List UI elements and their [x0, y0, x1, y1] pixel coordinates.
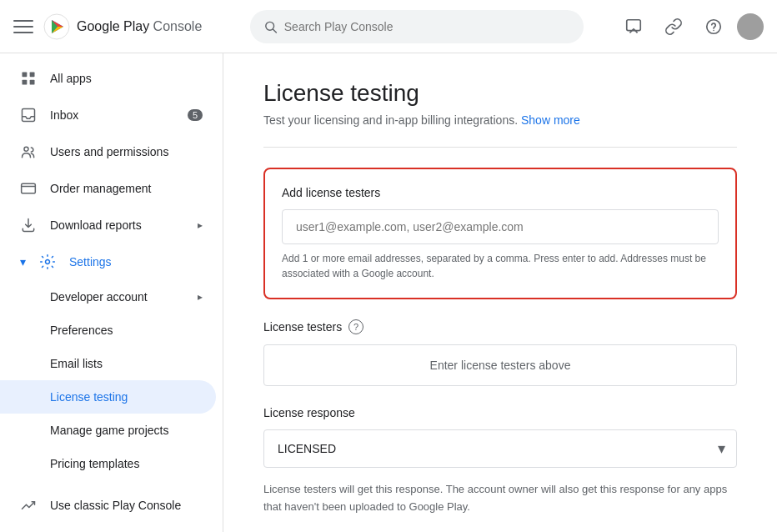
help-icon-btn[interactable]	[697, 10, 730, 43]
svg-point-11	[24, 147, 28, 151]
topbar-actions	[617, 10, 764, 43]
svg-point-4	[707, 19, 721, 33]
search-icon	[263, 19, 278, 34]
sidebar-label-all-apps: All apps	[50, 72, 92, 85]
sidebar-label-classic: Use classic Play Console	[50, 499, 181, 512]
add-testers-hint: Add 1 or more email addresses, separated…	[282, 251, 719, 281]
license-response-select[interactable]: LICENSED NOT_LICENSED LICENSED_OLD_KEY	[263, 429, 737, 468]
sidebar-item-classic[interactable]: Use classic Play Console	[0, 487, 223, 524]
search-bar[interactable]	[250, 10, 584, 43]
svg-rect-8	[23, 80, 28, 85]
settings-icon	[39, 253, 56, 270]
svg-point-14	[46, 260, 50, 264]
sidebar-item-inbox[interactable]: Inbox 5	[0, 97, 223, 133]
sidebar-label-download-reports: Download reports	[50, 218, 142, 232]
topbar-left: Google Play Console	[13, 13, 237, 40]
logo-icon	[43, 13, 70, 40]
card-icon	[20, 180, 37, 197]
users-icon	[20, 143, 37, 160]
license-testers-label: License testers	[263, 320, 342, 334]
add-license-testers-box: Add license testers Add 1 or more email …	[263, 168, 737, 299]
subitem-label-manage-game-projects: Manage game projects	[50, 424, 168, 437]
expand-icon-dev-account: ▸	[198, 291, 203, 303]
license-response-label: License response	[263, 406, 737, 419]
add-testers-input[interactable]	[282, 209, 719, 244]
chat-icon-btn[interactable]	[617, 10, 650, 43]
svg-rect-10	[23, 109, 35, 122]
sidebar-item-order-management[interactable]: Order management	[0, 170, 223, 207]
subitem-label-pricing-templates: Pricing templates	[50, 457, 139, 470]
sidebar-subitem-license-testing[interactable]: License testing	[0, 380, 216, 414]
link-icon	[664, 18, 683, 36]
topbar: Google Play Console	[0, 0, 777, 53]
page-title: License testing	[263, 80, 737, 107]
subitem-label-email-lists: Email lists	[50, 357, 103, 370]
sidebar-subitem-preferences[interactable]: Preferences	[0, 314, 223, 347]
sidebar-item-users[interactable]: Users and permissions	[0, 133, 223, 170]
svg-rect-6	[23, 73, 28, 78]
svg-line-2	[273, 29, 277, 33]
sidebar-label-users: Users and permissions	[50, 145, 168, 158]
sidebar-item-settings[interactable]: ▾ Settings	[0, 243, 223, 280]
link-icon-btn[interactable]	[657, 10, 690, 43]
sidebar-label-inbox: Inbox	[50, 108, 78, 122]
license-testers-row: License testers ?	[263, 319, 737, 334]
divider	[263, 147, 737, 148]
license-response-select-wrapper: LICENSED NOT_LICENSED LICENSED_OLD_KEY ▾	[263, 429, 737, 468]
sidebar-subitem-developer-account[interactable]: Developer account ▸	[0, 280, 223, 314]
subitem-label-developer-account: Developer account	[50, 290, 148, 304]
add-testers-label: Add license testers	[282, 186, 719, 199]
hamburger-menu-icon[interactable]	[13, 17, 33, 37]
layout: All apps Inbox 5 Use	[0, 53, 777, 532]
sidebar: All apps Inbox 5 Use	[0, 53, 223, 532]
sidebar-subitem-email-lists[interactable]: Email lists	[0, 347, 223, 380]
sidebar-item-all-apps[interactable]: All apps	[0, 60, 223, 97]
svg-rect-12	[22, 183, 36, 193]
inbox-icon	[20, 107, 37, 123]
expand-arrow-settings: ▾	[20, 255, 26, 269]
avatar[interactable]	[737, 13, 764, 40]
main-content: License testing Test your licensing and …	[223, 53, 777, 532]
show-more-link[interactable]: Show more	[521, 113, 580, 127]
sidebar-subitem-pricing-templates[interactable]: Pricing templates	[0, 447, 223, 480]
app-name: Google Play Console	[77, 19, 202, 34]
search-input[interactable]	[284, 20, 570, 33]
subitem-label-preferences: Preferences	[50, 324, 113, 337]
license-testers-placeholder: Enter license testers above	[263, 344, 737, 386]
page-subtitle: Test your licensing and in-app billing i…	[263, 113, 737, 127]
sidebar-item-download-reports[interactable]: Download reports ▸	[0, 207, 223, 243]
svg-rect-9	[30, 80, 35, 85]
inbox-badge: 5	[188, 109, 203, 121]
grid-icon	[20, 70, 37, 87]
license-response-note: License testers will get this response. …	[263, 481, 737, 516]
expand-icon-download: ▸	[198, 219, 203, 231]
trend-icon	[20, 497, 37, 514]
license-testers-help-icon[interactable]: ?	[348, 319, 363, 334]
subitem-label-license-testing: License testing	[50, 390, 128, 404]
logo-area: Google Play Console	[43, 13, 202, 40]
sidebar-subitem-manage-game-projects[interactable]: Manage game projects	[0, 414, 223, 447]
svg-rect-7	[30, 73, 35, 78]
help-icon	[704, 18, 723, 36]
sidebar-label-settings: Settings	[69, 255, 112, 269]
svg-point-5	[713, 29, 714, 30]
chat-icon	[624, 18, 643, 36]
sidebar-label-order-management: Order management	[50, 182, 151, 195]
download-icon	[20, 217, 37, 233]
license-testers-placeholder-text: Enter license testers above	[430, 359, 571, 372]
